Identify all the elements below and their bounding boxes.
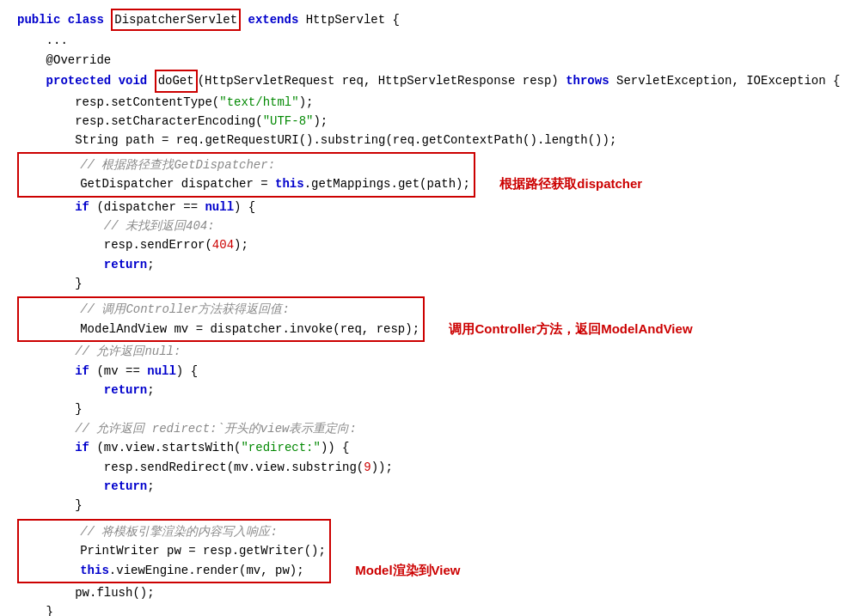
code-line-1: public class DispatcherServlet extends H… <box>17 9 828 31</box>
code-text: // 调用Controller方法获得返回值: <box>22 300 290 319</box>
code-line-25: } <box>17 496 828 515</box>
code-line-19: return; <box>17 381 828 399</box>
code-line-7: String path = req.getRequestURI().substr… <box>17 131 828 149</box>
code-line-8: // 根据路径查找GetDispatcher: <box>22 156 470 174</box>
code-text: ... <box>17 31 68 50</box>
code-text: if (mv == null) { <box>17 362 198 381</box>
code-line-15: // 调用Controller方法获得返回值: <box>22 300 419 319</box>
code-text: // 将模板引擎渲染的内容写入响应: <box>22 522 278 541</box>
annotation-dispatcher: 根据路径获取dispatcher <box>499 176 642 191</box>
code-text: } <box>17 496 83 515</box>
code-text: // 允许返回 redirect:`开头的view表示重定向: <box>17 419 357 438</box>
code-line-29: pw.flush(); <box>17 583 828 602</box>
code-line-5: resp.setContentType("text/html"); <box>17 93 828 112</box>
code-text: return; <box>17 381 155 399</box>
code-text: // 允许返回null: <box>17 342 181 361</box>
code-line-16: ModelAndView mv = dispatcher.invoke(req,… <box>22 320 419 338</box>
code-line-27: PrintWriter pw = resp.getWriter(); <box>22 541 326 560</box>
dispatcher-block: // 根据路径查找GetDispatcher: GetDispatcher di… <box>17 150 828 198</box>
code-text: GetDispatcher dispatcher = this.getMappi… <box>22 174 470 193</box>
code-text: return; <box>17 477 155 496</box>
dispatcher-box: // 根据路径查找GetDispatcher: GetDispatcher di… <box>17 152 475 198</box>
code-text: if (dispatcher == null) { <box>17 198 255 217</box>
code-line-3: @Override <box>17 51 828 70</box>
code-line-13: return; <box>17 255 828 274</box>
code-text: resp.sendError(404); <box>17 235 248 254</box>
render-block: // 将模板引擎渲染的内容写入响应: PrintWriter pw = resp… <box>17 519 828 583</box>
code-line-22: if (mv.view.startsWith("redirect:")) { <box>17 438 828 457</box>
code-text: // 根据路径查找GetDispatcher: <box>22 156 275 174</box>
code-line-4: protected void doGet(HttpServletRequest … <box>17 70 828 92</box>
code-line-12: resp.sendError(404); <box>17 235 828 254</box>
annotation-modelandview: 调用Controller方法，返回ModelAndView <box>449 321 692 336</box>
code-viewer: public class DispatcherServlet extends H… <box>0 0 845 616</box>
code-text: resp.setCharacterEncoding("UTF-8"); <box>17 112 328 131</box>
code-line-10: if (dispatcher == null) { <box>17 198 828 217</box>
code-text: String path = req.getRequestURI().substr… <box>17 131 616 149</box>
code-text: // 未找到返回404: <box>17 217 215 235</box>
code-text: } <box>17 274 83 293</box>
code-line-17: // 允许返回null: <box>17 342 828 361</box>
code-line-30: } <box>17 602 828 616</box>
code-text: } <box>17 602 53 616</box>
code-text: this.viewEngine.render(mv, pw); <box>22 561 304 580</box>
code-line-26: // 将模板引擎渲染的内容写入响应: <box>22 522 326 541</box>
code-line-21: // 允许返回 redirect:`开头的view表示重定向: <box>17 419 828 438</box>
code-line-18: if (mv == null) { <box>17 362 828 381</box>
code-text: ModelAndView mv = dispatcher.invoke(req,… <box>22 320 419 338</box>
code-line-20: } <box>17 399 828 418</box>
code-text: return; <box>17 255 155 274</box>
annotation-render: Model渲染到View <box>355 563 460 577</box>
code-text: public class DispatcherServlet extends H… <box>17 9 400 31</box>
code-text: } <box>17 399 83 418</box>
code-line-2: ... <box>17 31 828 50</box>
code-text: @Override <box>17 51 111 70</box>
code-line-24: return; <box>17 477 828 496</box>
render-box: // 将模板引擎渲染的内容写入响应: PrintWriter pw = resp… <box>17 519 331 583</box>
code-text: resp.sendRedirect(mv.view.substring(9)); <box>17 458 393 477</box>
code-text: pw.flush(); <box>17 583 155 602</box>
code-text: protected void doGet(HttpServletRequest … <box>17 70 840 92</box>
code-line-28: this.viewEngine.render(mv, pw); <box>22 561 326 580</box>
code-text: resp.setContentType("text/html"); <box>17 93 313 112</box>
modelandview-box: // 调用Controller方法获得返回值: ModelAndView mv … <box>17 296 425 342</box>
modelandview-block: // 调用Controller方法获得返回值: ModelAndView mv … <box>17 296 828 342</box>
code-line-9: GetDispatcher dispatcher = this.getMappi… <box>22 174 470 193</box>
code-line-11: // 未找到返回404: <box>17 217 828 235</box>
code-text: if (mv.view.startsWith("redirect:")) { <box>17 438 350 457</box>
code-line-23: resp.sendRedirect(mv.view.substring(9)); <box>17 458 828 477</box>
code-line-6: resp.setCharacterEncoding("UTF-8"); <box>17 112 828 131</box>
code-text: PrintWriter pw = resp.getWriter(); <box>22 541 326 560</box>
code-line-14: } <box>17 274 828 293</box>
